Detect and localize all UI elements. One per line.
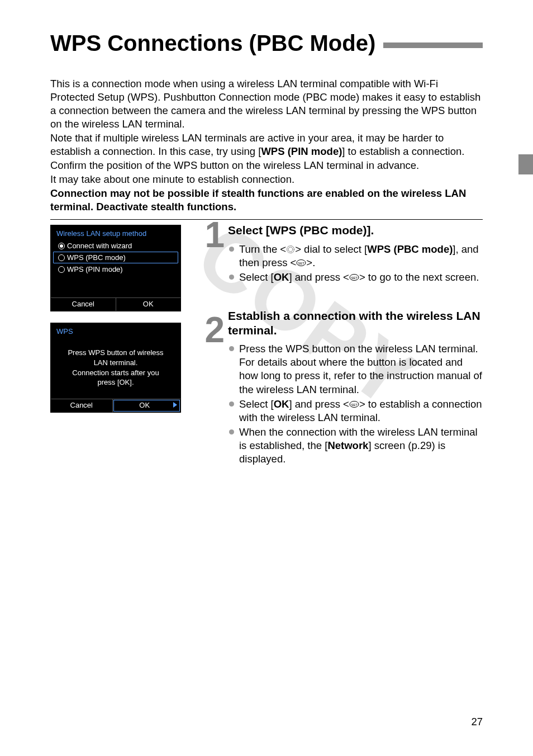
screen1-opt3: WPS (PIN mode): [53, 263, 178, 275]
page-number: 27: [471, 716, 483, 728]
radio-off-icon: [58, 266, 65, 273]
intro-p4: It may take about one minute to establis…: [50, 173, 483, 186]
play-triangle-icon: [173, 402, 177, 408]
svg-text:SET: SET: [298, 261, 304, 264]
set-icon: SET: [349, 400, 359, 408]
screen2-cancel: Cancel: [51, 399, 113, 412]
screen1-header: Wireless LAN setup method: [51, 225, 180, 240]
intro-p2: Note that if multiple wireless LAN termi…: [50, 131, 483, 158]
screen1-cancel: Cancel: [51, 298, 116, 311]
intro-p1: This is a connection mode when using a w…: [50, 77, 483, 131]
step-1-bullet-2: Select [OK] and press <SET> to go to the…: [228, 271, 483, 284]
step-1: Select [WPS (PBC mode)]. Turn the <> dia…: [228, 223, 483, 284]
screen2-header: WPS: [51, 323, 180, 338]
screen2-ok-selected: OK: [113, 400, 180, 412]
camera-screen-2: WPS Press WPS button of wirelessLAN term…: [50, 323, 181, 412]
step-2-title: Establish a connection with the wireless…: [228, 309, 483, 338]
step-2: Establish a connection with the wireless…: [228, 309, 483, 466]
intro-text: This is a connection mode when using a w…: [50, 77, 483, 214]
radio-on-icon: [58, 243, 65, 249]
step-number-2: 2: [194, 316, 228, 344]
section-divider: [50, 219, 483, 220]
set-icon: SET: [296, 259, 306, 267]
svg-text:SET: SET: [351, 403, 358, 406]
screen1-ok: OK: [116, 298, 181, 311]
section-tab: [518, 154, 533, 174]
step-2-bullet-3: When the connection with the wireless LA…: [228, 426, 483, 466]
dial-icon: [286, 245, 295, 254]
intro-warning: Connection may not be possible if stealt…: [50, 187, 483, 214]
step-1-title: Select [WPS (PBC mode)].: [228, 223, 483, 238]
page-title-row: WPS Connections (PBC Mode): [50, 31, 483, 56]
svg-point-0: [287, 245, 294, 253]
title-rule: [383, 42, 483, 48]
step-2-bullet-1: Press the WPS button on the wireless LAN…: [228, 342, 483, 396]
camera-screen-1: Wireless LAN setup method Connect with w…: [50, 225, 181, 311]
page-title: WPS Connections (PBC Mode): [50, 31, 375, 56]
step-2-bullet-2: Select [OK] and press <SET> to establish…: [228, 398, 483, 424]
svg-text:SET: SET: [351, 276, 358, 279]
screen1-opt2-selected: WPS (PBC mode): [53, 252, 178, 263]
screen1-opt1: Connect with wizard: [53, 240, 178, 252]
screen2-message: Press WPS button of wirelessLAN terminal…: [51, 338, 180, 398]
intro-p3: Confirm the position of the WPS button o…: [50, 159, 483, 172]
step-number-1: 1: [194, 221, 228, 249]
step-1-bullet-1: Turn the <> dial to select [WPS (PBC mod…: [228, 243, 483, 270]
set-icon: SET: [349, 273, 359, 281]
svg-point-1: [288, 247, 293, 252]
radio-off-icon: [58, 254, 65, 261]
